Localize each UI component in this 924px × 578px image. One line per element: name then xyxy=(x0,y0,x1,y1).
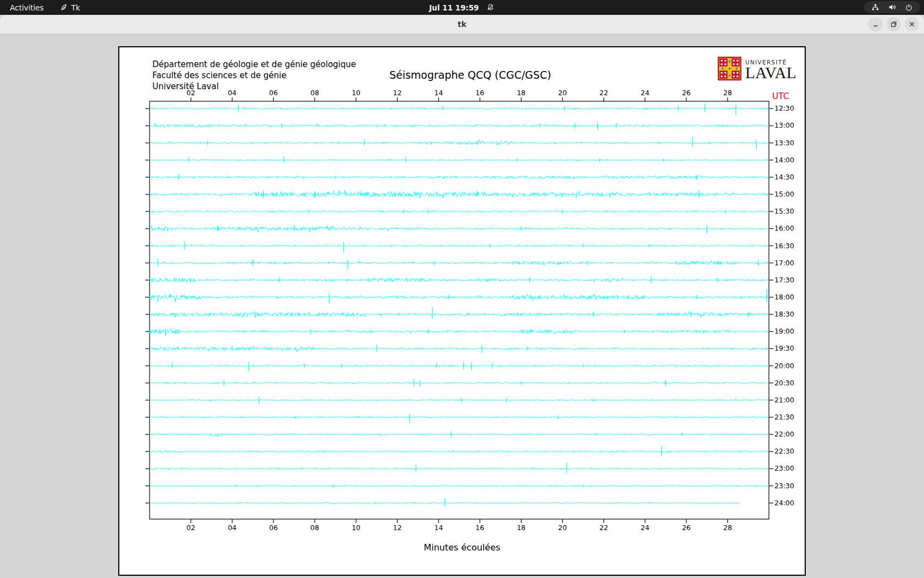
close-button[interactable] xyxy=(905,17,919,31)
x-tick-label-top: 22 xyxy=(600,89,608,97)
x-tick-label-top: 28 xyxy=(723,89,732,97)
trace-path xyxy=(150,329,769,336)
time-label: 22:00 xyxy=(774,430,794,438)
seismograph-canvas: Département de géologie et de génie géol… xyxy=(118,46,806,576)
time-label: 22:30 xyxy=(774,447,794,455)
trace-path xyxy=(150,140,769,145)
tk-feather-icon xyxy=(59,3,68,12)
x-tick-label-top: 12 xyxy=(393,89,402,97)
trace-path xyxy=(150,433,769,437)
x-tick-label-bottom: 16 xyxy=(476,524,485,532)
x-tick-label-bottom: 10 xyxy=(351,524,360,532)
maximize-button[interactable] xyxy=(887,17,901,31)
x-tick-label-bottom: 28 xyxy=(723,524,732,532)
time-label: 21:00 xyxy=(774,396,794,404)
x-tick-label-bottom: 02 xyxy=(186,524,195,532)
minimize-icon xyxy=(872,20,879,28)
time-label: 18:00 xyxy=(774,293,794,301)
time-label: 20:30 xyxy=(774,379,794,387)
time-label: 23:30 xyxy=(774,482,794,490)
screen: Activities Tk Jul 11 19:59 xyxy=(0,0,924,578)
trace-path xyxy=(150,278,769,282)
window-content: Département de géologie et de génie géol… xyxy=(0,34,924,578)
time-label: 18:30 xyxy=(774,310,794,318)
quick-settings[interactable] xyxy=(864,1,920,13)
x-tick-label-bottom: 04 xyxy=(228,524,237,532)
x-tick-label-top: 24 xyxy=(641,89,650,97)
trace-path xyxy=(150,225,769,232)
time-label: 16:30 xyxy=(774,242,794,250)
app-indicator-tk[interactable]: Tk xyxy=(59,3,80,12)
x-tick-label-bottom: 26 xyxy=(682,524,691,532)
x-axis-title: Minutes écoulées xyxy=(424,542,500,553)
time-label: 14:00 xyxy=(774,156,794,164)
time-label: 20:00 xyxy=(774,362,794,370)
time-label: 13:30 xyxy=(774,139,794,147)
x-tick-label-top: 04 xyxy=(228,89,237,97)
x-tick-label-bottom: 14 xyxy=(435,524,443,532)
clock-menu[interactable]: Jul 11 19:59 xyxy=(429,0,494,15)
trace-path xyxy=(150,364,769,367)
trace-path xyxy=(150,467,769,470)
time-label: 21:30 xyxy=(774,413,794,421)
trace-path xyxy=(150,294,769,302)
time-label: 16:00 xyxy=(774,224,794,232)
trace-path xyxy=(150,176,769,179)
x-tick-label-top: 18 xyxy=(517,89,526,97)
maximize-icon xyxy=(890,20,898,28)
trace-path xyxy=(150,346,769,352)
app-indicator-label: Tk xyxy=(72,3,80,12)
x-tick-label-top: 08 xyxy=(310,89,319,97)
x-tick-label-top: 16 xyxy=(476,89,485,97)
trace-path xyxy=(150,107,769,110)
close-icon xyxy=(908,20,916,28)
window-title: tk xyxy=(458,20,466,29)
time-label: 19:30 xyxy=(774,344,794,352)
trace-path xyxy=(150,244,769,247)
x-tick-label-bottom: 18 xyxy=(517,524,526,532)
time-label: 17:30 xyxy=(774,276,794,284)
x-tick-label-top: 14 xyxy=(435,89,443,97)
network-wired-icon xyxy=(871,3,879,12)
utc-label: UTC xyxy=(772,91,789,101)
x-tick-label-bottom: 08 xyxy=(310,524,319,532)
trace-path xyxy=(150,159,769,161)
time-label: 15:00 xyxy=(774,190,794,198)
plot-frame xyxy=(150,101,769,519)
trace-path xyxy=(150,399,769,401)
x-tick-label-bottom: 12 xyxy=(393,524,402,532)
trace-path xyxy=(150,381,769,384)
time-label: 19:00 xyxy=(774,327,794,335)
time-label: 12:30 xyxy=(774,104,794,112)
trace-path xyxy=(150,124,769,128)
clock-label: Jul 11 19:59 xyxy=(429,3,479,12)
trace-path xyxy=(150,190,769,198)
minimize-button[interactable] xyxy=(868,17,883,31)
x-tick-label-top: 20 xyxy=(558,89,567,97)
x-tick-label-top: 10 xyxy=(351,89,360,97)
trace-path xyxy=(150,416,769,418)
x-tick-label-bottom: 22 xyxy=(600,524,608,532)
top-bar: Activities Tk Jul 11 19:59 xyxy=(0,0,924,15)
x-tick-label-bottom: 06 xyxy=(269,524,278,532)
window-titlebar[interactable]: tk xyxy=(0,15,924,34)
activities-button[interactable]: Activities xyxy=(10,3,44,12)
x-tick-label-bottom: 20 xyxy=(558,524,567,532)
time-label: 24:00 xyxy=(774,499,794,507)
time-label: 17:00 xyxy=(774,259,794,267)
time-label: 23:00 xyxy=(774,464,794,472)
power-icon xyxy=(905,3,913,12)
trace-path xyxy=(150,450,769,453)
x-tick-label-top: 02 xyxy=(186,89,195,97)
x-tick-label-top: 06 xyxy=(269,89,278,97)
volume-icon xyxy=(888,3,897,12)
trace-path xyxy=(150,312,769,318)
trace-path xyxy=(150,485,769,487)
trace-path xyxy=(150,261,769,265)
time-label: 15:30 xyxy=(774,207,794,215)
time-label: 14:30 xyxy=(774,173,794,181)
time-label: 13:00 xyxy=(774,121,794,129)
notifications-off-icon xyxy=(487,3,495,12)
x-tick-label-bottom: 24 xyxy=(641,524,650,532)
seismogram-plot: UTC 020204040606080810101212141416161818… xyxy=(119,47,805,575)
